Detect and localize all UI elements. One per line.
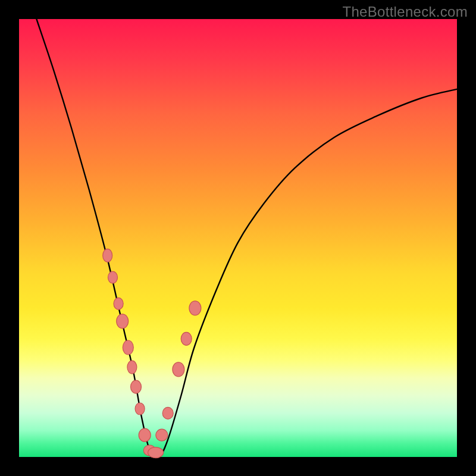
curve-svg <box>19 19 457 457</box>
marker-dot <box>189 301 201 315</box>
marker-dot <box>131 380 142 393</box>
marker-dot <box>162 407 173 419</box>
watermark-text: TheBottleneck.com <box>342 4 468 20</box>
marker-dot <box>181 332 192 345</box>
marker-dot <box>103 249 112 262</box>
marker-group <box>103 249 201 458</box>
marker-dot <box>114 298 123 309</box>
chart-frame: TheBottleneck.com <box>0 0 476 476</box>
marker-dot <box>156 429 168 441</box>
bottleneck-curve <box>36 19 457 458</box>
marker-dot <box>123 340 133 355</box>
marker-dot <box>117 314 129 328</box>
marker-dot <box>135 403 145 415</box>
marker-dot <box>173 362 184 377</box>
marker-dot <box>139 428 151 441</box>
marker-dot <box>127 361 137 374</box>
marker-dot <box>148 447 164 458</box>
marker-dot <box>108 271 118 283</box>
plot-area <box>19 19 457 457</box>
